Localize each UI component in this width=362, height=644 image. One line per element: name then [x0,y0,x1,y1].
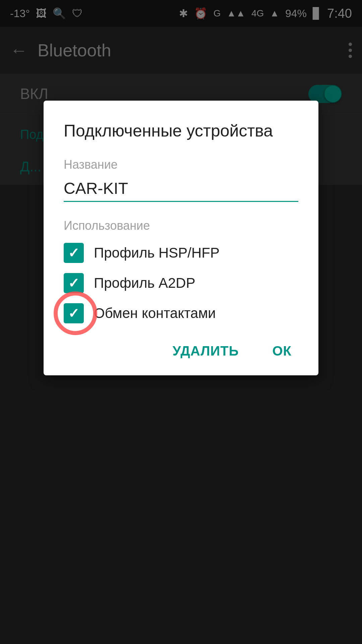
dialog-overlay: Подключенные устройства Название Использ… [0,0,362,644]
dialog-actions: УДАЛИТЬ ОК [64,340,298,362]
checkbox-row-contacts: ✓ Обмен контактами [64,303,298,323]
dialog: Подключенные устройства Название Использ… [44,101,318,375]
check-icon-contacts: ✓ [68,306,79,321]
checkbox-row-hsp: ✓ Профиль HSP/HFP [64,243,298,263]
checkbox-row-a2dp: ✓ Профиль A2DP [64,273,298,293]
checkbox-label-a2dp: Профиль A2DP [94,275,195,291]
usage-label: Использование [64,219,298,233]
checkbox-contacts[interactable]: ✓ [64,303,84,323]
checkbox-a2dp[interactable]: ✓ [64,273,84,293]
checkbox-label-hsp: Профиль HSP/HFP [94,245,220,261]
check-icon-hsp: ✓ [68,245,79,261]
name-field-label: Название [64,158,298,172]
checkbox-label-contacts: Обмен контактами [94,305,216,321]
dialog-title: Подключенные устройства [64,121,298,141]
delete-button[interactable]: УДАЛИТЬ [166,340,246,362]
check-icon-a2dp: ✓ [68,275,79,291]
name-field-input[interactable] [64,176,298,202]
checkbox-hsp[interactable]: ✓ [64,243,84,263]
ok-button[interactable]: ОК [265,340,298,362]
